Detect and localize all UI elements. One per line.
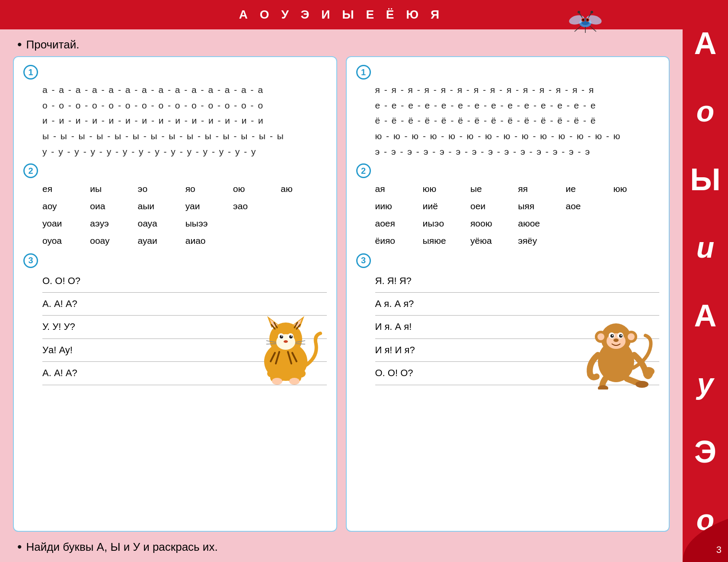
left-s2-combos: ея иы эо яо ою аю аоу оиа аыи уаи эао уо… <box>23 181 327 249</box>
right-sidebar: А о Ы и А у Э о 3 <box>683 0 728 562</box>
svg-line-10 <box>590 26 596 32</box>
right-row-yo: ё - ё - ё - ё - ё - ё - ё - ё - ё - ё - … <box>356 113 660 128</box>
left-num-3: 3 <box>23 253 38 268</box>
header-title: А О У Э И Ы Е Ё Ю Я <box>239 8 444 21</box>
right-num-2: 2 <box>356 163 371 178</box>
combo: аю <box>281 181 326 197</box>
svg-point-26 <box>281 335 282 336</box>
combo: оеи <box>470 198 516 214</box>
combo: эо <box>138 181 184 197</box>
right-row-ya: я - я - я - я - я - я - я - я - я - я - … <box>356 82 660 98</box>
svg-point-6 <box>582 19 584 21</box>
main-content: А О У Э И Ы Е Ё Ю Я • Прочитай. <box>0 0 683 562</box>
left-row-o: о - о - о - о - о - о - о - о - о - о - … <box>23 98 327 113</box>
combo: яоою <box>470 215 516 232</box>
svg-point-53 <box>628 333 635 340</box>
sidebar-letter-o-italic: о <box>696 96 715 126</box>
svg-line-44 <box>266 344 276 344</box>
combo: оауа <box>138 215 184 232</box>
right-s2-combos: ая юю ые яя ие юю иию ииё оеи ыяя аое ао… <box>356 181 660 249</box>
svg-point-42 <box>294 369 306 378</box>
svg-point-28 <box>284 340 288 343</box>
svg-line-46 <box>295 344 305 344</box>
combo: ея <box>42 181 88 197</box>
sidebar-letter-A-upper: А <box>694 28 717 59</box>
left-s2-header: 2 <box>23 163 327 178</box>
combo: ооау <box>90 233 136 249</box>
combo: ою <box>233 181 279 197</box>
combo: иыэо <box>423 215 469 232</box>
monkey-icon <box>581 307 657 390</box>
combo: ииё <box>423 198 469 214</box>
combo: яя <box>518 181 564 197</box>
left-s1-header: 1 <box>23 65 327 80</box>
right-s3-header: 3 <box>356 253 660 268</box>
combo: ёияо <box>375 233 421 249</box>
instruction-bottom-text: Найди буквы А, Ы и У и раскрась их. <box>26 540 218 554</box>
combo: эао <box>233 198 279 214</box>
combo: аиао <box>185 233 231 249</box>
instruction-bottom: • Найди буквы А, Ы и У и раскрась их. <box>0 532 683 562</box>
svg-point-52 <box>597 333 604 340</box>
svg-line-8 <box>575 26 581 32</box>
combo: уаи <box>185 198 231 214</box>
combo: ая <box>375 181 421 197</box>
combo: иию <box>375 198 421 214</box>
combo: оиа <box>90 198 136 214</box>
right-row-e: э - э - э - э - э - э - э - э - э - э - … <box>356 144 660 160</box>
sidebar-letter-i-italic: и <box>696 233 715 262</box>
svg-point-27 <box>291 335 292 336</box>
left-num-1: 1 <box>23 65 38 80</box>
left-row-y: ы - ы - ы - ы - ы - ы - ы - ы - ы - ы - … <box>23 128 327 144</box>
combo <box>566 233 612 249</box>
combo <box>281 215 326 232</box>
combo: аоея <box>375 215 421 232</box>
combo <box>613 198 659 214</box>
combo: юю <box>423 181 469 197</box>
svg-point-41 <box>267 369 278 378</box>
svg-point-14 <box>591 11 593 13</box>
right-exercise-box: 1 я - я - я - я - я - я - я - я - я - я … <box>346 56 670 532</box>
svg-point-59 <box>621 335 622 336</box>
combo: ие <box>566 181 612 197</box>
exercises-row: 1 а - а - а - а - а - а - а - а - а - а … <box>0 56 683 532</box>
combo: ые <box>470 181 516 197</box>
svg-point-39 <box>272 378 282 385</box>
sidebar-letter-A-upper2: А <box>694 300 717 331</box>
combo <box>281 233 326 249</box>
svg-point-40 <box>289 378 300 385</box>
left-num-2: 2 <box>23 163 38 178</box>
combo <box>233 233 279 249</box>
tiger-icon <box>249 310 322 390</box>
combo: оуоа <box>42 233 88 249</box>
combo: ыыээ <box>185 215 231 232</box>
sidebar-letter-u-italic: у <box>697 369 714 398</box>
combo <box>613 233 659 249</box>
sentence: О. О! О? <box>42 271 327 293</box>
left-s3-header: 3 <box>23 253 327 268</box>
svg-point-60 <box>613 338 619 342</box>
left-row-i: и - и - и - и - и - и - и - и - и - и - … <box>23 113 327 128</box>
fly-icon <box>566 3 605 36</box>
left-section-2: 2 ея иы эо яо ою аю аоу оиа аыи уаи эао … <box>23 163 327 249</box>
left-exercise-box: 1 а - а - а - а - а - а - а - а - а - а … <box>13 56 337 532</box>
left-section-1: 1 а - а - а - а - а - а - а - а - а - а … <box>23 65 327 159</box>
sidebar-letter-Y-upper: Ы <box>690 164 721 195</box>
combo <box>281 198 326 214</box>
combo: аэуэ <box>90 215 136 232</box>
right-s1-header: 1 <box>356 65 660 80</box>
combo: уёюа <box>470 233 516 249</box>
right-row-yu: ю - ю - ю - ю - ю - ю - ю - ю - ю - ю - … <box>356 128 660 144</box>
svg-point-63 <box>635 381 648 388</box>
right-section-1: 1 я - я - я - я - я - я - я - я - я - я … <box>356 65 660 159</box>
sidebar-curve-decoration <box>683 519 728 562</box>
combo: иы <box>90 181 136 197</box>
combo: аыи <box>138 198 184 214</box>
svg-point-61 <box>642 367 655 376</box>
right-num-1: 1 <box>356 65 371 80</box>
combo: ыяюе <box>423 233 469 249</box>
svg-point-13 <box>578 11 580 13</box>
left-row-u: у - у - у - у - у - у - у - у - у - у - … <box>23 144 327 160</box>
combo: яо <box>185 181 231 197</box>
right-section-2: 2 ая юю ые яя ие юю иию ииё оеи ыяя аое … <box>356 163 660 249</box>
